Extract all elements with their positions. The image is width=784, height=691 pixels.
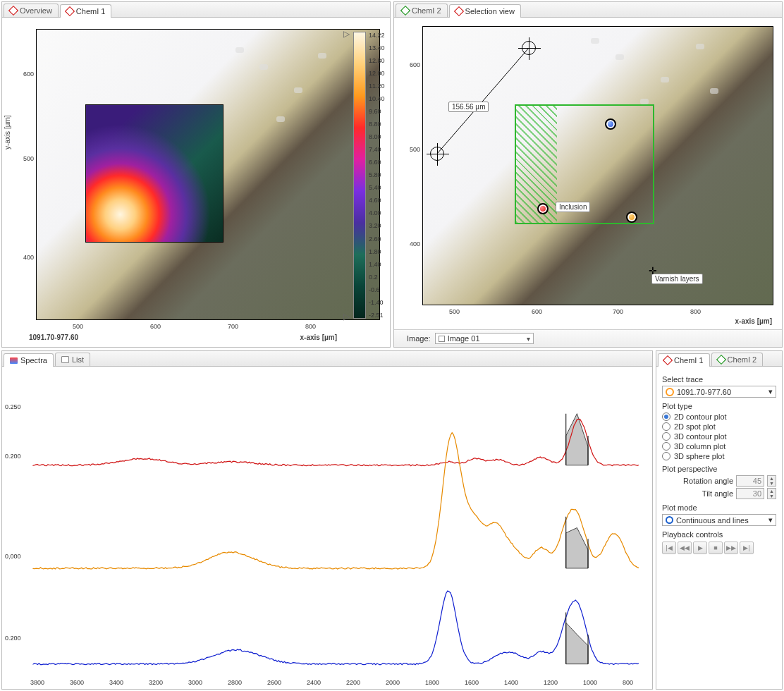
image-dropdown[interactable]: Image 01 [435,333,534,344]
playback-controls: |◀ ◀◀ ▶ ■ ▶▶ ▶| [662,542,776,554]
x-tick: 2600 [267,679,281,686]
panel-tab-chemi1-label: ChemI 1 [674,356,704,365]
x-tick: 2800 [228,679,242,686]
x-tick: 2200 [346,679,360,686]
right-x-axis-label: x-axis [µm] [735,317,772,325]
spectra-chart [26,369,647,686]
marker-blue[interactable] [605,118,616,130]
tab-chemi2-label: ChemI 2 [412,6,441,15]
marker-orange[interactable] [626,212,637,223]
control-panel: ChemI 1 ChemI 2 Select trace 1091.70-977… [656,350,783,690]
tilt-spinner[interactable]: ▲▼ [767,488,776,499]
radio-2d-contour[interactable]: 2D contour plot [662,412,776,421]
x-tick: 800 [623,679,633,686]
x-tick: 1400 [504,679,518,686]
trace-icon [666,388,674,396]
x-tick: 2400 [307,679,321,686]
spectra-pane: Spectra List 0.250 0.200 0,000 0.200 380… [1,350,653,690]
x-tick: 500 [73,323,83,330]
y-tick: 400 [23,254,34,261]
measure-distance-label: 156.56 µm [448,102,489,112]
radio-2d-spot[interactable]: 2D spot plot [662,422,776,431]
radio-3d-column[interactable]: 3D column plot [662,442,776,451]
tilt-angle-input[interactable]: 30 [736,488,764,499]
x-tick: 600 [150,323,161,330]
annotation-inclusion[interactable]: Inclusion [556,202,590,212]
tab-selection-view[interactable]: Selection view [449,4,521,18]
x-tick: 1200 [544,679,558,686]
x-tick: 800 [690,308,701,315]
playback-first-button[interactable]: |◀ [662,542,676,554]
y-tick: 400 [410,240,420,247]
panel-tab-chemi2[interactable]: ChemI 2 [711,353,764,366]
tab-overview-label: Overview [20,6,52,15]
x-tick: 1000 [583,679,597,686]
x-tick: 2000 [386,679,400,686]
playback-forward-button[interactable]: ▶▶ [724,542,738,554]
chemical-map-overlay [85,104,223,243]
microscope-image-right: Inclusion Varnish layers ✛ 156.56 µm [422,26,773,305]
perspective-label: Plot perspective [662,465,776,473]
x-tick: 3600 [70,679,84,686]
x-tick: 3400 [109,679,123,686]
left-pane: Overview ChemI 1 y-axis [µm] 500 600 700… [1,1,391,348]
colorbar: ▷ ▷ 14.2213.4012.8012.0011.2010.409.608.… [353,32,388,319]
x-tick: 3200 [149,679,163,686]
y-tick: 500 [23,155,34,162]
rotation-spinner[interactable]: ▲▼ [767,475,776,487]
x-tick: 500 [449,308,460,315]
panel-tab-chemi1[interactable]: ChemI 1 [658,353,710,367]
marker-red[interactable] [537,203,549,214]
y-tick: 500 [410,146,420,153]
playback-stop-button[interactable]: ■ [709,542,723,554]
tab-spectra[interactable]: Spectra [4,353,54,367]
x-tick: 700 [228,323,238,330]
colorbar-min-arrow: ▷ [343,312,350,322]
y-tick: 0.200 [5,453,21,460]
radio-3d-contour[interactable]: 3D contour plot [662,432,776,441]
cursor-crosshair-icon: ✛ [649,265,657,276]
measure-point-1[interactable] [522,41,536,55]
plot-mode-dropdown[interactable]: Continuous and lines▾ [662,514,776,526]
panel-tab-chemi2-label: ChemI 2 [728,355,757,364]
trace-dropdown[interactable]: 1091.70-977.60▾ [662,386,776,398]
x-tick: 1600 [465,679,479,686]
select-trace-label: Select trace [662,375,776,384]
left-x-axis-label: x-axis [µm] [300,334,337,341]
right-plot[interactable]: Inclusion Varnish layers ✛ 156.56 µm 500… [394,18,782,329]
y-tick: 600 [410,61,420,68]
x-tick: 1800 [425,679,439,686]
y-tick: 0.250 [5,403,21,410]
x-tick: 800 [305,323,316,330]
y-tick: 0.200 [5,635,21,642]
y-tick: 600 [23,71,34,78]
tab-list-label: List [72,355,84,364]
x-tick: 3000 [188,679,202,686]
tab-spectra-label: Spectra [20,356,47,365]
x-tick: 700 [613,308,623,315]
chevron-down-icon: ▾ [768,515,773,525]
rotation-angle-input[interactable]: 45 [736,475,764,487]
measure-point-2[interactable] [430,147,444,161]
tab-list[interactable]: List [55,353,90,366]
annotation-varnish[interactable]: Varnish layers [651,274,703,284]
image-selector-bar: Image: Image 01 [394,329,782,347]
left-plot[interactable]: y-axis [µm] 500 600 700 800 600 500 400 … [2,18,390,347]
tab-overview[interactable]: Overview [4,4,59,17]
tab-chemi1-label: ChemI 1 [76,7,106,16]
tab-chemi1[interactable]: ChemI 1 [60,4,112,18]
playback-last-button[interactable]: ▶| [740,542,754,554]
tab-chemi2[interactable]: ChemI 2 [396,4,448,17]
plot-mode-label: Plot mode [662,503,776,512]
y-tick: 0,000 [5,553,21,560]
playback-play-button[interactable]: ▶ [693,542,707,554]
tab-selection-label: Selection view [465,7,515,16]
spectra-tabs: Spectra List [2,351,652,367]
spectra-plot[interactable]: 0.250 0.200 0,000 0.200 3800360034003200… [2,367,652,689]
left-y-axis-label: y-axis [µm] [4,115,11,149]
panel-tabs: ChemI 1 ChemI 2 [656,351,782,367]
radio-3d-sphere[interactable]: 3D sphere plot [662,452,776,460]
colorbar-max-arrow: ▷ [343,29,350,39]
playback-rewind-button[interactable]: ◀◀ [678,542,692,554]
mode-icon [666,516,673,524]
